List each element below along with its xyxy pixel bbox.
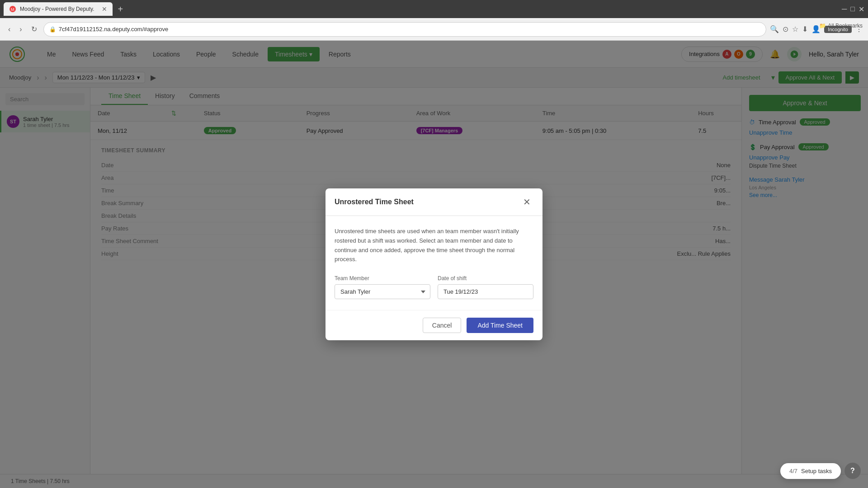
address-bar[interactable]: 🔒 7cf47d19112152.na.deputy.com/#approve (43, 22, 767, 37)
team-member-select[interactable]: Sarah Tyler (335, 284, 430, 299)
download-button[interactable]: ⬇ (802, 25, 808, 33)
modal-fields: Team Member Sarah Tyler Date of shift (335, 275, 533, 299)
modal-footer: Cancel Add Time Sheet (326, 310, 542, 340)
date-input[interactable] (438, 284, 533, 299)
date-label: Date of shift (438, 275, 533, 282)
modal: Unrostered Time Sheet ✕ Unrostered time … (326, 188, 542, 340)
back-button[interactable]: ‹ (5, 23, 13, 35)
app: Me News Feed Tasks Locations People Sche… (0, 41, 868, 488)
setup-tasks-label: Setup tasks (801, 468, 832, 474)
setup-tasks-progress: 4/7 (789, 468, 797, 474)
bookmarks-bar: 📁 All Bookmarks (819, 23, 863, 29)
bookmarks-folder-icon: 📁 (819, 23, 826, 29)
address-text: 7cf47d19112152.na.deputy.com/#approve (59, 26, 169, 33)
team-member-field: Team Member Sarah Tyler (335, 275, 430, 299)
forward-button[interactable]: › (17, 23, 24, 35)
modal-header: Unrostered Time Sheet ✕ (326, 188, 542, 216)
add-timesheet-modal-button[interactable]: Add Time Sheet (467, 318, 533, 333)
browser-search-button[interactable]: 🔍 (770, 25, 779, 33)
modal-overlay: Unrostered Time Sheet ✕ Unrostered time … (0, 41, 868, 488)
bookmark-button[interactable]: ☆ (792, 25, 798, 33)
browser-chrome: M Moodjoy - Powered By Deputy. ✕ + ─ □ ✕… (0, 0, 868, 41)
new-tab-button[interactable]: + (114, 4, 127, 14)
bookmarks-label: All Bookmarks (828, 23, 863, 29)
tab-title: Moodjoy - Powered By Deputy. (20, 6, 94, 12)
active-tab[interactable]: M Moodjoy - Powered By Deputy. ✕ (4, 2, 113, 16)
media-button[interactable]: ⊙ (783, 25, 788, 33)
modal-description: Unrostered time sheets are used when an … (335, 227, 533, 264)
browser-nav-bar: ‹ › ↻ 🔒 7cf47d19112152.na.deputy.com/#ap… (0, 18, 868, 41)
date-field: Date of shift (438, 275, 533, 299)
modal-title: Unrostered Time Sheet (335, 198, 414, 206)
tab-close-icon[interactable]: ✕ (102, 5, 107, 13)
svg-text:M: M (11, 7, 14, 12)
close-window-button[interactable]: ✕ (859, 5, 864, 14)
minimize-button[interactable]: ─ (842, 5, 847, 13)
maximize-button[interactable]: □ (850, 5, 855, 13)
help-button[interactable]: ? (844, 463, 861, 479)
tab-bar: M Moodjoy - Powered By Deputy. ✕ + ─ □ ✕ (0, 0, 868, 18)
setup-tasks-widget[interactable]: 4/7 Setup tasks (780, 463, 841, 479)
modal-body: Unrostered time sheets are used when an … (326, 216, 542, 310)
refresh-button[interactable]: ↻ (28, 23, 40, 35)
tab-favicon: M (9, 5, 16, 13)
cancel-button[interactable]: Cancel (423, 318, 462, 333)
help-icon: ? (850, 467, 855, 475)
lock-icon: 🔒 (49, 26, 56, 33)
modal-close-button[interactable]: ✕ (520, 196, 533, 208)
team-member-label: Team Member (335, 275, 430, 282)
